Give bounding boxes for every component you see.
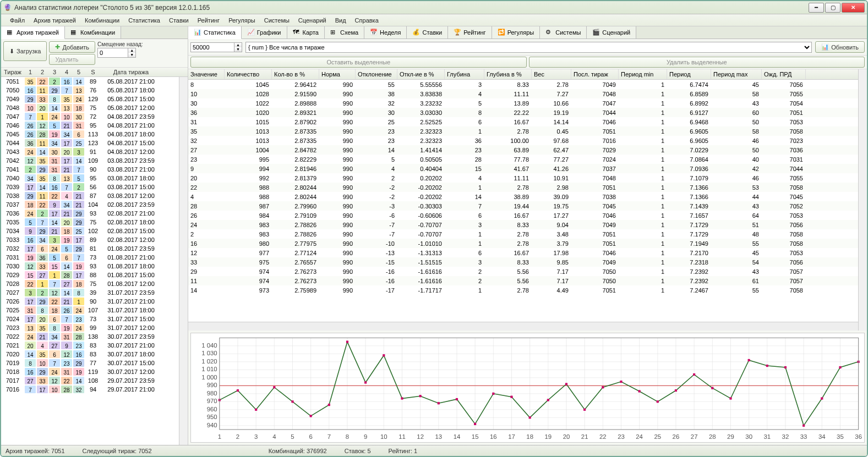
stats-col-12[interactable]: Период max xyxy=(711,69,762,79)
archive-row[interactable]: 70432414302039104.08.2017 12:00 xyxy=(1,147,179,156)
maximize-button[interactable]: ▢ xyxy=(825,3,840,13)
right-tab-Сценарий[interactable]: 🎬Сценарий xyxy=(587,26,636,38)
archive-scrollbar[interactable] xyxy=(179,77,188,445)
archive-col-3[interactable]: 3 xyxy=(48,68,61,76)
add-button[interactable]: ✚ Добавить xyxy=(49,41,95,53)
archive-row[interactable]: 70513522216148905.08.2017 21:00 xyxy=(1,77,179,86)
archive-col-Дата тиража[interactable]: Дата тиража xyxy=(101,68,161,76)
menu-Сценарий[interactable]: Сценарий xyxy=(294,15,331,25)
stats-body[interactable]: 810452.96412990555.5555638.332.78704916.… xyxy=(188,80,858,322)
stats-col-6[interactable]: Глубина xyxy=(445,69,484,79)
refresh-button[interactable]: 📊 Обновить xyxy=(815,41,865,53)
archive-row[interactable]: 7019810723297730.07.2017 15:00 xyxy=(1,359,179,367)
right-tab-Схема[interactable]: ⊞Схема xyxy=(325,26,364,38)
stats-row[interactable]: 249832.78826990-7-0.7070738.339.04704917… xyxy=(188,220,858,229)
limit-spinner[interactable]: ▲▼ xyxy=(234,42,242,52)
menu-Архив тиражей[interactable]: Архив тиражей xyxy=(29,15,80,25)
archive-row[interactable]: 702732121483931.07.2017 23:59 xyxy=(1,288,179,297)
archive-row[interactable]: 7044361134172512304.08.2017 15:00 xyxy=(1,139,179,147)
menu-Статистика[interactable]: Статистика xyxy=(124,15,165,25)
archive-row[interactable]: 70201435612168330.07.2017 18:00 xyxy=(1,350,179,359)
right-tab-Регуляры[interactable]: 🔁Регуляры xyxy=(492,26,541,38)
stats-row[interactable]: 289872.79960990-3-0.30303719.4419.757045… xyxy=(188,201,858,211)
limit-input[interactable] xyxy=(190,42,234,52)
archive-row[interactable]: 70331634319178902.08.2017 12:00 xyxy=(1,235,179,244)
archive-row[interactable]: 7022242134312813830.07.2017 23:59 xyxy=(1,332,179,341)
archive-body[interactable]: 70513522216148905.08.2017 21:00705016112… xyxy=(1,77,179,445)
menu-Ставки[interactable]: Ставки xyxy=(165,15,193,25)
menu-Системы[interactable]: Системы xyxy=(260,15,294,25)
stats-row[interactable]: 3110152.87902990252.52525616.6714.147046… xyxy=(188,117,858,126)
archive-row[interactable]: 703012331514199301.08.2017 18:00 xyxy=(1,262,179,271)
minimize-button[interactable]: ━ xyxy=(809,3,824,13)
close-button[interactable]: ✕ xyxy=(842,3,865,13)
stats-col-10[interactable]: Период min xyxy=(619,69,667,79)
stats-row[interactable]: 3210132.87335990232.3232336100.0097.6870… xyxy=(188,136,858,145)
menu-Справка[interactable]: Справка xyxy=(351,15,383,25)
archive-row[interactable]: 704929338352412905.08.2017 15:00 xyxy=(1,95,179,103)
menu-Комбинации[interactable]: Комбинации xyxy=(80,15,124,25)
archive-row[interactable]: 70362421721299302.08.2017 21:00 xyxy=(1,209,179,218)
archive-row[interactable]: 7028221727187501.08.2017 12:00 xyxy=(1,279,179,288)
archive-row[interactable]: 70501611297137605.08.2017 18:00 xyxy=(1,86,179,95)
stats-row[interactable]: 3510132.87335990232.3232312.780.45705116… xyxy=(188,126,858,136)
stats-row[interactable]: 239952.8222999050.505052877.7877.2770241… xyxy=(188,155,858,164)
stats-row[interactable]: 229882.80244990-2-0.2020212.782.98705117… xyxy=(188,183,858,192)
archive-row[interactable]: 70231335819249931.07.2017 12:00 xyxy=(1,323,179,332)
stats-row[interactable]: 3010222.89888990323.23232513.8910.667047… xyxy=(188,98,858,108)
archive-col-Тираж[interactable]: Тираж xyxy=(1,68,24,76)
archive-col-2[interactable]: 2 xyxy=(36,68,48,76)
stats-col-2[interactable]: Кол-во в % xyxy=(272,69,319,79)
keep-selected-button[interactable]: Оставить выделенные xyxy=(190,57,527,68)
stats-vscrollbar[interactable] xyxy=(858,69,867,331)
archive-row[interactable]: 7042123531171410903.08.2017 23:59 xyxy=(1,156,179,165)
stats-col-11[interactable]: Период xyxy=(667,69,711,79)
left-tab-Архив тиражей[interactable]: ▦Архив тиражей xyxy=(1,26,65,39)
stats-col-8[interactable]: Вес xyxy=(532,69,571,79)
stats-row[interactable]: 299742.76273990-16-1.6161625.567.1770501… xyxy=(188,267,858,276)
archive-row[interactable]: 70462612521319504.08.2017 21:00 xyxy=(1,121,179,130)
right-tab-Рейтинг[interactable]: 🏆Рейтинг xyxy=(448,26,492,38)
archive-row[interactable]: 7047712410307204.08.2017 23:59 xyxy=(1,112,179,121)
archive-row[interactable]: 702531818262410731.07.2017 18:00 xyxy=(1,306,179,315)
right-tab-Ставки[interactable]: 💰Ставки xyxy=(407,26,448,38)
stats-hscrollbar[interactable] xyxy=(188,322,858,331)
stats-row[interactable]: 339752.76557990-15-1.5151538.339.8570491… xyxy=(188,257,858,267)
right-tab-Графики[interactable]: 📈Графики xyxy=(242,26,287,38)
stats-row[interactable]: 3610202.89321990303.03030822.2219.197044… xyxy=(188,108,858,117)
archive-row[interactable]: 70261729222119031.07.2017 21:00 xyxy=(1,297,179,306)
stats-row[interactable]: 29832.78826990-7-0.7070712.783.48705117.… xyxy=(188,229,858,239)
stats-col-3[interactable]: Норма xyxy=(319,69,356,79)
stats-col-5[interactable]: Откл-ие в % xyxy=(397,69,445,79)
offset-input[interactable] xyxy=(97,48,128,58)
archive-row[interactable]: 703718229342110402.08.2017 23:59 xyxy=(1,200,179,209)
stats-col-13[interactable]: Ожд. ПРД xyxy=(762,69,806,79)
archive-row[interactable]: 70382911224218703.08.2017 12:00 xyxy=(1,191,179,200)
archive-row[interactable]: 70291527128178801.08.2017 15:00 xyxy=(1,271,179,279)
archive-col-4[interactable]: 4 xyxy=(61,68,73,76)
stats-row[interactable]: 810452.96412990555.5555638.332.78704916.… xyxy=(188,80,858,89)
archive-row[interactable]: 704526281934611304.08.2017 18:00 xyxy=(1,130,179,139)
stats-col-7[interactable]: Глубина в % xyxy=(484,69,532,79)
menu-Рейтинг[interactable]: Рейтинг xyxy=(193,15,224,25)
archive-col-5[interactable]: 5 xyxy=(73,68,85,76)
metric-select[interactable]: { num } Все числа в тираже xyxy=(245,42,812,53)
left-tab-Комбинации[interactable]: ▦Комбинации xyxy=(65,26,121,38)
stats-row[interactable]: 119742.76273990-16-1.6161625.567.1770501… xyxy=(188,276,858,285)
archive-row[interactable]: 7040343581359503.08.2017 18:00 xyxy=(1,174,179,183)
archive-row[interactable]: 7035571420297502.08.2017 18:00 xyxy=(1,218,179,227)
stats-col-1[interactable]: Количество xyxy=(225,69,272,79)
archive-row[interactable]: 7018162924311911930.07.2017 12:00 xyxy=(1,367,179,376)
stats-row[interactable]: 169802.77975990-10-1.0101012.783.7970511… xyxy=(188,239,858,248)
menu-Регуляры[interactable]: Регуляры xyxy=(224,15,260,25)
right-tab-Карта[interactable]: 🗺Карта xyxy=(287,26,325,38)
stats-col-4[interactable]: Отклонение xyxy=(356,69,397,79)
stats-row[interactable]: 49882.80244990-2-0.202021438.8939.097038… xyxy=(188,192,858,201)
archive-row[interactable]: 7021204279238330.07.2017 21:00 xyxy=(1,341,179,350)
stats-row[interactable]: 2710042.84782990141.414142363.8962.47702… xyxy=(188,145,858,155)
offset-spinner[interactable]: ▲▼ xyxy=(128,48,136,58)
delete-button[interactable]: Удалить xyxy=(49,54,95,65)
archive-row[interactable]: 7041229312179003.08.2017 21:00 xyxy=(1,165,179,174)
archive-row[interactable]: 7024172067237331.07.2017 15:00 xyxy=(1,315,179,323)
archive-row[interactable]: 704810201413187505.08.2017 12:00 xyxy=(1,103,179,112)
